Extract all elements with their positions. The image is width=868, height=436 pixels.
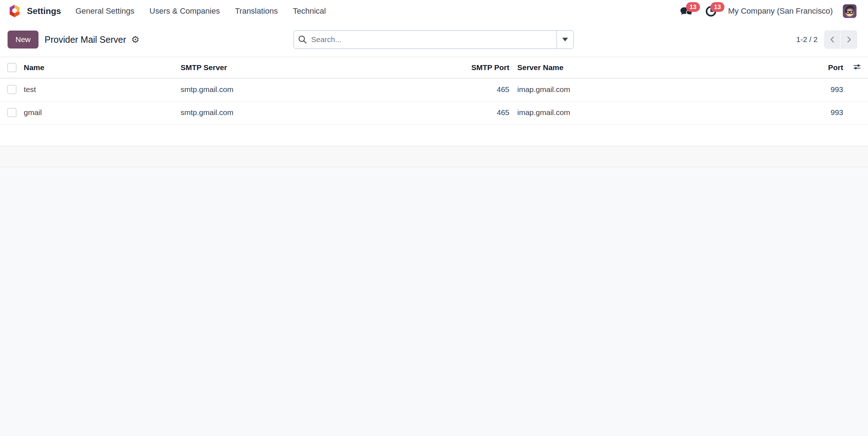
column-header-smtp-port[interactable]: SMTP Port bbox=[468, 57, 512, 78]
cell-port[interactable]: 993 bbox=[774, 78, 846, 101]
control-panel: New Provider Mail Server ⚙ 1-2 / 2 bbox=[0, 22, 868, 57]
search-bar bbox=[294, 30, 574, 49]
cell-name[interactable]: gmail bbox=[24, 101, 181, 124]
column-header-port[interactable]: Port bbox=[774, 57, 846, 78]
empty-rows-area bbox=[0, 124, 868, 146]
pager-previous-button[interactable] bbox=[824, 30, 841, 49]
cell-smtp-port[interactable]: 465 bbox=[468, 101, 512, 124]
column-header-name[interactable]: Name bbox=[24, 57, 181, 78]
search-icon bbox=[294, 31, 311, 49]
company-switcher[interactable]: My Company (San Francisco) bbox=[728, 6, 833, 16]
activities-badge: 13 bbox=[710, 2, 724, 12]
row-checkbox-cell bbox=[0, 78, 24, 101]
row-checkbox-cell bbox=[0, 101, 24, 124]
pager-next-button[interactable] bbox=[841, 30, 857, 49]
app-switcher[interactable]: Settings bbox=[8, 4, 61, 19]
table-row[interactable]: gmail smtp.gmail.com 465 imap.gmail.com … bbox=[0, 101, 868, 124]
list-view: Name SMTP Server SMTP Port Server Name P… bbox=[0, 57, 868, 146]
page-background bbox=[0, 167, 868, 436]
pager: 1-2 / 2 bbox=[796, 30, 857, 49]
cell-empty bbox=[846, 78, 868, 101]
cell-server-name[interactable]: imap.gmail.com bbox=[512, 78, 774, 101]
page-title: Provider Mail Server bbox=[45, 35, 126, 45]
sliders-icon[interactable] bbox=[853, 63, 861, 71]
cell-name[interactable]: test bbox=[24, 78, 181, 101]
row-checkbox[interactable] bbox=[7, 85, 17, 94]
select-all-checkbox[interactable] bbox=[7, 63, 17, 72]
cell-port[interactable]: 993 bbox=[774, 101, 846, 124]
chevron-left-icon bbox=[829, 36, 836, 43]
mail-server-table: Name SMTP Server SMTP Port Server Name P… bbox=[0, 57, 868, 124]
chevron-right-icon bbox=[846, 36, 852, 43]
search-options-toggle[interactable] bbox=[556, 31, 573, 49]
navbar: Settings General Settings Users & Compan… bbox=[0, 0, 868, 22]
table-row[interactable]: test smtp.gmail.com 465 imap.gmail.com 9… bbox=[0, 78, 868, 101]
messages-badge: 13 bbox=[686, 2, 700, 12]
caret-down-icon bbox=[562, 38, 568, 41]
activities-button[interactable]: 13 bbox=[704, 4, 718, 18]
column-header-server-name[interactable]: Server Name bbox=[512, 57, 774, 78]
pager-value[interactable]: 1-2 / 2 bbox=[796, 35, 818, 44]
cell-smtp-server[interactable]: smtp.gmail.com bbox=[181, 78, 468, 101]
optional-columns-cell bbox=[846, 57, 868, 78]
table-header-row: Name SMTP Server SMTP Port Server Name P… bbox=[0, 57, 868, 78]
new-button[interactable]: New bbox=[8, 31, 38, 49]
app-name[interactable]: Settings bbox=[27, 6, 61, 16]
top-menu: General Settings Users & Companies Trans… bbox=[76, 6, 326, 16]
user-avatar[interactable] bbox=[843, 4, 856, 18]
menu-item-general-settings[interactable]: General Settings bbox=[76, 6, 135, 16]
menu-item-technical[interactable]: Technical bbox=[293, 6, 326, 16]
odoo-settings-logo-icon bbox=[8, 4, 22, 19]
cell-server-name[interactable]: imap.gmail.com bbox=[512, 101, 774, 124]
systray: 13 13 My Company (San Francisco) bbox=[679, 4, 856, 18]
menu-item-users-companies[interactable]: Users & Companies bbox=[150, 6, 220, 16]
messages-button[interactable]: 13 bbox=[679, 4, 694, 18]
cell-smtp-server[interactable]: smtp.gmail.com bbox=[181, 101, 468, 124]
cell-smtp-port[interactable]: 465 bbox=[468, 78, 512, 101]
row-checkbox[interactable] bbox=[7, 108, 17, 117]
column-header-smtp-server[interactable]: SMTP Server bbox=[181, 57, 468, 78]
action-menu-gear-icon[interactable]: ⚙ bbox=[131, 35, 139, 44]
list-footer-band bbox=[0, 146, 868, 167]
cell-empty bbox=[846, 101, 868, 124]
menu-item-translations[interactable]: Translations bbox=[235, 6, 278, 16]
search-input[interactable] bbox=[311, 31, 556, 49]
select-all-checkbox-cell bbox=[0, 57, 24, 78]
